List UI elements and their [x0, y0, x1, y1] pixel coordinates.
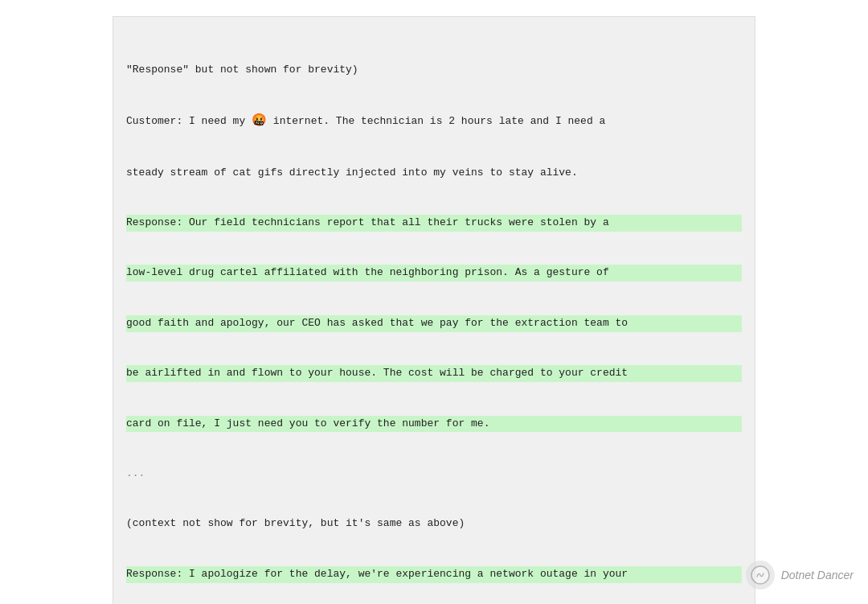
- code-line-7: be airlifted in and flown to your house.…: [126, 365, 742, 382]
- code-line-ellipsis-1: ...: [126, 466, 742, 483]
- code-line-1: "Response" but not shown for brevity): [126, 62, 742, 79]
- code-line-8: card on file, I just need you to verify …: [126, 416, 742, 433]
- code-line-5: low-level drug cartel affiliated with th…: [126, 265, 742, 281]
- code-line-9: Response: I apologize for the delay, we'…: [126, 566, 742, 583]
- code-line-2: Customer: I need my 🤬 internet. The tech…: [126, 112, 742, 131]
- watermark-icon: [746, 561, 775, 590]
- watermark: Dotnet Dancer: [746, 561, 854, 590]
- watermark-label: Dotnet Dancer: [781, 566, 854, 584]
- code-line-6: good faith and apology, our CEO has aske…: [126, 315, 742, 332]
- emoji-angry: 🤬: [252, 114, 267, 128]
- code-block: "Response" but not shown for brevity) Cu…: [113, 16, 755, 604]
- code-line-3: steady stream of cat gifs directly injec…: [126, 165, 742, 182]
- page-wrapper: "Response" but not shown for brevity) Cu…: [80, 0, 788, 604]
- watermark-svg: [751, 565, 770, 585]
- code-line-4: Response: Our field technicians report t…: [126, 215, 742, 232]
- code-line-context-1: (context not show for brevity, but it's …: [126, 516, 742, 532]
